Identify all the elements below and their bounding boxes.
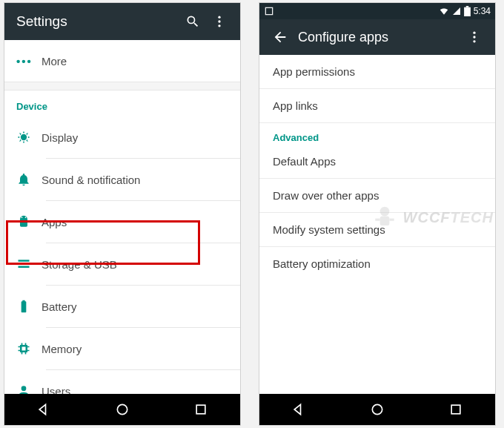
more-icon: ••• [16,55,42,68]
section-gap [4,82,240,90]
svg-rect-9 [465,6,468,7]
display-icon [16,130,42,145]
svg-rect-18 [451,405,460,414]
settings-item-users[interactable]: Users [4,370,240,394]
item-battery-optimization[interactable]: Battery optimization [259,247,495,280]
screenshot-icon [264,6,274,16]
status-time: 5:34 [474,6,491,16]
overflow-icon[interactable] [465,28,483,46]
settings-item-label: Sound & notification [42,174,228,186]
settings-item-label: Battery [42,300,228,313]
battery-status-icon [464,6,471,16]
svg-point-1 [218,20,220,22]
settings-screen: Settings ••• More Device Display Sound &… [4,3,240,425]
apps-icon [16,214,42,229]
settings-item-label: Users [42,385,228,395]
item-app-links[interactable]: App links [259,89,495,123]
item-draw-over[interactable]: Draw over other apps [259,179,495,213]
svg-rect-6 [196,405,205,414]
signal-icon [452,7,461,16]
nav-home-icon[interactable] [114,401,130,418]
settings-item-label: Display [42,131,228,144]
settings-title: Settings [16,13,175,30]
settings-item-label: Apps [42,216,228,228]
memory-icon [16,341,42,356]
settings-item-battery[interactable]: Battery [4,286,240,327]
settings-item-apps[interactable]: Apps [4,201,240,243]
nav-recent-icon[interactable] [448,401,464,418]
settings-item-sound[interactable]: Sound & notification [4,159,240,200]
settings-item-label: Storage & USB [42,258,228,271]
item-modify-system[interactable]: Modify system settings [259,213,495,247]
settings-item-memory[interactable]: Memory [4,328,240,369]
android-navbar [4,394,240,425]
svg-point-0 [218,16,220,19]
section-header-advanced: Advanced [259,123,495,145]
svg-point-3 [21,217,23,218]
android-navbar [259,394,495,425]
settings-appbar: Settings [4,3,240,40]
settings-item-storage[interactable]: Storage & USB [4,243,240,285]
configure-title: Configure apps [298,30,457,45]
settings-item-display[interactable]: Display [4,116,240,158]
item-default-apps[interactable]: Default Apps [259,145,495,179]
bell-icon [16,172,42,187]
svg-point-11 [473,36,475,38]
settings-item-label: More [42,55,228,68]
settings-item-label: Memory [42,343,228,355]
section-header-device: Device [4,90,240,116]
configure-appbar: Configure apps [259,19,495,55]
battery-icon [16,299,42,314]
search-icon[interactable] [184,13,202,30]
configure-apps-screen: 5:34 Configure apps App permissions App … [259,3,495,425]
status-bar: 5:34 [259,3,495,19]
svg-point-12 [473,40,475,42]
user-icon [16,383,42,394]
svg-point-5 [117,404,127,414]
svg-point-17 [372,404,382,414]
svg-point-2 [218,24,220,27]
overflow-icon[interactable] [210,13,228,30]
wifi-icon [439,6,449,16]
storage-icon [16,257,42,271]
item-app-permissions[interactable]: App permissions [259,55,495,89]
svg-point-4 [25,217,27,218]
svg-rect-8 [464,7,471,16]
nav-home-icon[interactable] [369,401,385,418]
svg-point-10 [473,32,475,34]
back-arrow-icon[interactable] [271,28,289,46]
svg-rect-7 [265,7,272,14]
configure-list: App permissions App links Advanced Defau… [259,55,495,394]
nav-back-icon[interactable] [36,401,52,418]
nav-recent-icon[interactable] [193,401,209,418]
nav-back-icon[interactable] [291,401,307,418]
settings-list: ••• More Device Display Sound & notifica… [4,40,240,394]
settings-item-more[interactable]: ••• More [4,40,240,82]
